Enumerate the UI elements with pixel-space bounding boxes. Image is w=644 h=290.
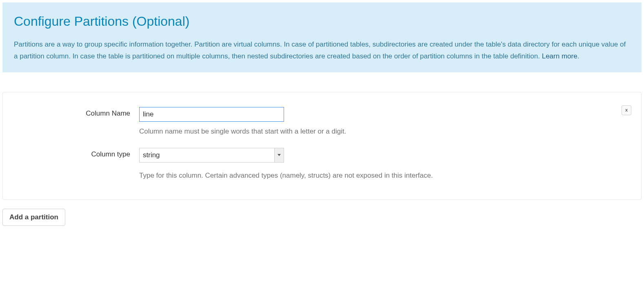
column-name-label: Column Name [13,107,139,118]
column-type-select[interactable]: string [139,148,284,163]
remove-partition-button[interactable]: x [622,105,631,115]
period: . [577,52,580,60]
add-partition-button[interactable]: Add a partition [2,209,65,226]
column-type-select-wrapper: string [139,148,284,163]
partition-form-panel: x Column Name Column name must be single… [2,92,642,200]
info-panel-text: Partitions are a way to group specific i… [14,40,626,60]
learn-more-link[interactable]: Learn more [542,52,577,60]
info-panel: Configure Partitions (Optional) Partitio… [2,2,642,72]
column-name-input-wrapper [139,107,284,122]
column-type-label: Column type [13,148,139,158]
column-name-help: Column name must be single words that st… [139,127,631,136]
info-panel-title: Configure Partitions (Optional) [14,14,630,29]
column-name-row: Column Name Column name must be single w… [13,107,631,136]
column-type-row: Column type string Type for this column.… [13,148,631,180]
column-name-input[interactable] [139,107,284,122]
info-panel-description: Partitions are a way to group specific i… [14,39,630,62]
column-name-control: Column name must be single words that st… [139,107,631,136]
column-type-help: Type for this column. Certain advanced t… [139,172,631,180]
column-type-control: string Type for this column. Certain adv… [139,148,631,180]
